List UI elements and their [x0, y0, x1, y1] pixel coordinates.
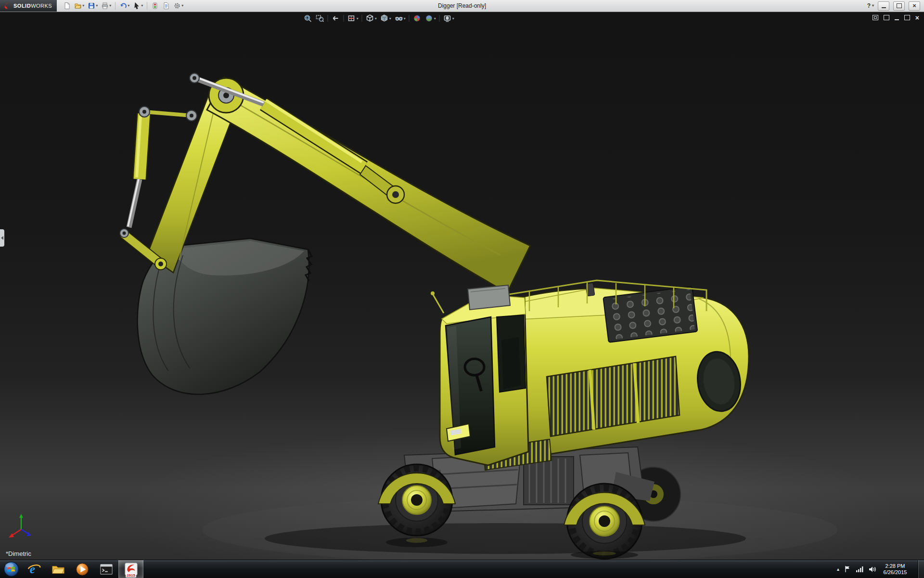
doc-restore-button[interactable] [904, 15, 910, 20]
view-orientation-button[interactable]: ▾ [365, 13, 378, 24]
excavator-model[interactable] [0, 12, 924, 560]
new-button[interactable] [62, 0, 72, 11]
section-view-button[interactable]: ▾ [346, 13, 359, 24]
taskbar-item-windows-explorer[interactable] [46, 560, 70, 578]
seat [501, 337, 521, 389]
taskbar: e [0, 560, 924, 578]
select-button[interactable]: ▾ [131, 0, 144, 11]
display-style-button[interactable]: ▾ [379, 13, 392, 24]
undo-button[interactable]: ▾ [118, 0, 131, 11]
select-dropdown-icon[interactable]: ▾ [141, 4, 143, 8]
open-dropdown-icon[interactable]: ▾ [82, 4, 84, 8]
save-button[interactable]: ▾ [86, 0, 99, 11]
taskbar-item-command-prompt[interactable] [94, 560, 118, 578]
view-settings-button[interactable]: ▾ [442, 13, 455, 24]
edit-appearance-button[interactable] [412, 13, 423, 24]
folder-icon [51, 562, 65, 577]
orientation-triad [7, 512, 38, 545]
main-toolbar: ▾ ▾ ▾ ▾ ▾ [62, 0, 185, 11]
minimize-button[interactable] [878, 1, 889, 11]
taskbar-item-internet-explorer[interactable]: e [22, 560, 46, 578]
headsup-separator [409, 15, 410, 22]
command-prompt-icon [99, 562, 114, 577]
headsup-separator [328, 15, 328, 22]
solidworks-version-badge: 2015 [126, 574, 136, 578]
close-button[interactable]: × [909, 1, 920, 11]
print-button[interactable]: ▾ [100, 0, 113, 11]
headsup-separator [439, 15, 440, 22]
hide-show-items-button[interactable]: ▾ [394, 13, 407, 24]
taskbar-item-solidworks[interactable]: 2015 [118, 560, 143, 578]
solidworks-window: SOLIDWORKS ▾ ▾ ▾ ▾ [0, 0, 924, 578]
options-button[interactable]: ▾ [172, 0, 185, 11]
apply-scene-button[interactable]: ▾ [424, 13, 437, 24]
volume-icon[interactable] [868, 566, 876, 573]
doc-minimize-button[interactable] [895, 19, 899, 20]
internet-explorer-icon: e [27, 562, 41, 577]
view-orientation-label: *Dimetric [6, 550, 31, 557]
document-window-controls: × [873, 15, 919, 20]
previous-view-button[interactable] [331, 13, 341, 24]
undo-dropdown-icon[interactable]: ▾ [128, 4, 129, 8]
network-icon[interactable] [856, 566, 863, 573]
show-desktop-button[interactable] [918, 560, 924, 578]
window-controls: ?▾ × [867, 1, 924, 11]
start-button[interactable] [0, 560, 22, 578]
heads-up-view-toolbar: ▾ ▾ ▾ ▾ ▾ [303, 13, 455, 24]
help-button[interactable]: ?▾ [867, 2, 874, 9]
tray-expand-icon[interactable]: ▴ [837, 566, 839, 572]
doc-cascade-button[interactable] [873, 15, 878, 20]
zoom-to-area-button[interactable] [315, 13, 325, 24]
save-dropdown-icon[interactable]: ▾ [96, 4, 98, 8]
headsup-separator [344, 15, 344, 22]
options-dropdown-icon[interactable]: ▾ [181, 4, 183, 8]
clock-date: 6/26/2015 [881, 569, 909, 576]
toolbar-separator [147, 2, 147, 10]
taskbar-item-media-player[interactable] [70, 560, 94, 578]
maximize-button[interactable] [893, 1, 905, 11]
doc-tile-button[interactable] [884, 15, 889, 20]
mirror-arm [433, 295, 444, 313]
svg-text:e: e [30, 562, 35, 576]
open-button[interactable]: ▾ [73, 0, 86, 11]
window-title: Digger [Read-only] [438, 2, 486, 9]
feature-tree-collapsed-tab[interactable] [0, 229, 4, 247]
print-dropdown-icon[interactable]: ▾ [109, 4, 111, 8]
title-bar: SOLIDWORKS ▾ ▾ ▾ ▾ [0, 0, 924, 12]
doc-close-button[interactable]: × [915, 15, 919, 20]
rebuild-button[interactable] [150, 0, 160, 11]
clock[interactable]: 2:28 PM 6/26/2015 [881, 563, 909, 576]
clock-time: 2:28 PM [881, 563, 909, 569]
headsup-separator [362, 15, 362, 22]
ds-logo-icon [4, 2, 11, 10]
toolbar-separator [115, 2, 116, 10]
cab[interactable] [431, 285, 528, 465]
media-player-icon [75, 562, 90, 577]
system-tray: ▴ 2:28 PM 6/26/2015 [837, 560, 924, 578]
graphics-area[interactable]: ▾ ▾ ▾ ▾ ▾ [0, 12, 924, 560]
file-properties-button[interactable] [161, 0, 171, 11]
zoom-to-fit-button[interactable] [303, 13, 313, 24]
brand-text: SOLIDWORKS [13, 3, 52, 9]
action-center-icon[interactable] [844, 565, 851, 573]
solidworks-logo: SOLIDWORKS [0, 0, 57, 12]
